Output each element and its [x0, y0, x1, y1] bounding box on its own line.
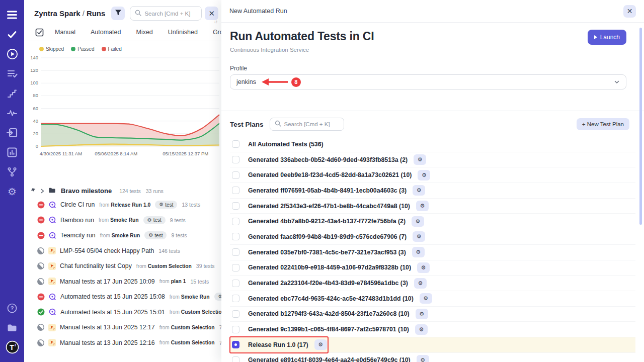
- plan-checkbox[interactable]: [232, 295, 239, 302]
- plan-settings-button[interactable]: ⚙: [413, 185, 425, 196]
- list-check-icon: [7, 69, 18, 78]
- manual-run-icon: [48, 262, 56, 270]
- svg-text:?: ?: [11, 305, 14, 311]
- run-name: Circle CI run: [60, 201, 95, 208]
- run-row[interactable]: Automated tests at 15 Jun 2025 15:08from…: [24, 289, 221, 305]
- plan-settings-button[interactable]: ⚙: [417, 262, 430, 273]
- sidebar-folder-button[interactable]: [2, 318, 22, 337]
- test-plan-row[interactable]: Generated 022410b9-e918-4459-a106-97d2a9…: [230, 260, 635, 276]
- test-plan-row[interactable]: Generated faac8f09-94b8-4b19-89d9-c576cd…: [230, 229, 635, 245]
- test-plan-row[interactable]: Generated ff076591-05ab-4b4b-8491-1ecb00…: [230, 183, 635, 199]
- plan-checkbox[interactable]: [232, 218, 239, 225]
- plan-checkbox[interactable]: [232, 341, 239, 348]
- scrollbar-thumb[interactable]: [639, 28, 642, 225]
- plan-checkbox[interactable]: [232, 171, 239, 179]
- test-plan-row[interactable]: Generated 035e7bf0-7381-4c5c-be77-321e73…: [230, 245, 635, 260]
- test-plan-row[interactable]: Generated e891c41f-8039-4e64-aa24-e0d56e…: [230, 353, 635, 362]
- run-row[interactable]: Bamboo runfromSmoke Run⚙test9 tests: [24, 213, 221, 228]
- run-row[interactable]: Manual tests at 17 Jun 2025 10:09frompla…: [24, 274, 221, 290]
- close-drawer-button[interactable]: ✕: [623, 5, 636, 18]
- tab-automated[interactable]: Automated: [91, 29, 121, 36]
- automated-run-icon: [49, 216, 56, 224]
- plan-settings-button[interactable]: ⚙: [412, 216, 424, 227]
- plan-settings-button[interactable]: ⚙: [412, 247, 425, 257]
- tab-groups[interactable]: Groups: [213, 29, 221, 36]
- launch-button[interactable]: Launch: [588, 30, 626, 45]
- plan-settings-button[interactable]: ⚙: [414, 154, 426, 165]
- plan-checkbox[interactable]: [232, 156, 239, 163]
- run-row[interactable]: Circle CI runfromRelease Run 1.0⚙test13 …: [24, 197, 221, 213]
- plan-checkbox[interactable]: [232, 326, 239, 333]
- sidebar-import-button[interactable]: [2, 123, 22, 142]
- sidebar-bar-chart-button[interactable]: [2, 142, 22, 162]
- plan-checkbox[interactable]: [232, 248, 239, 256]
- run-row[interactable]: Manual tests at 13 Jun 2025 12:16fromCus…: [24, 335, 221, 351]
- test-plan-row[interactable]: Generated 9c1399b1-c065-4f84-8697-7af2c5…: [230, 322, 635, 337]
- runs-search[interactable]: [130, 6, 202, 21]
- sidebar-list-check-button[interactable]: [2, 64, 22, 83]
- plan-settings-button[interactable]: ⚙: [413, 231, 425, 242]
- tab-mixed[interactable]: Mixed: [136, 29, 152, 36]
- plan-checkbox[interactable]: [232, 280, 239, 287]
- sidebar-branch-button[interactable]: [2, 162, 22, 182]
- sidebar-logo-button[interactable]: T: [2, 337, 22, 357]
- run-row[interactable]: Automated tests at 15 Jun 2025 15:01from…: [24, 305, 221, 320]
- sidebar-check-button[interactable]: [2, 25, 22, 44]
- plan-checkbox[interactable]: [232, 187, 239, 194]
- plan-settings-button[interactable]: ⚙: [418, 170, 430, 180]
- new-test-plan-button[interactable]: + New Test Plan: [577, 118, 629, 130]
- sidebar-help-button[interactable]: ?: [2, 298, 22, 318]
- test-plan-row[interactable]: Generated 2f5343e3-ef26-47b1-be8b-44cabc…: [230, 199, 635, 214]
- sidebar-steps-button[interactable]: [2, 83, 22, 103]
- sidebar-menu-button[interactable]: [2, 5, 22, 25]
- tab-unfinished[interactable]: Unfinished: [168, 29, 198, 36]
- profile-select[interactable]: jenkins 8: [230, 74, 626, 89]
- run-row[interactable]: Chat functinality test CopyfromCustom Se…: [24, 258, 221, 274]
- run-row[interactable]: Manual tests at 13 Jun 2025 12:17fromCus…: [24, 320, 221, 335]
- run-source: fromCustom Selection: [170, 309, 221, 315]
- test-plan-row[interactable]: Generated 0eeb9e18-f23d-4cd5-82dd-8a1a73…: [230, 167, 635, 183]
- test-plan-row[interactable]: Generated 336abecb-0b52-4d60-9ded-493f3f…: [230, 152, 635, 168]
- gear-icon: ⚙: [147, 218, 152, 223]
- plan-checkbox[interactable]: [232, 233, 239, 240]
- sidebar-play-circle-button[interactable]: [2, 44, 22, 64]
- sidebar-activity-button[interactable]: [2, 103, 22, 123]
- test-plan-row[interactable]: Generated ebc77c4d-9635-424c-ac5e-427483…: [230, 291, 635, 307]
- runs-search-input[interactable]: [144, 11, 197, 17]
- runs-list: Bravo milestone 124 tests 33 runs Circle…: [24, 185, 221, 350]
- run-row[interactable]: LMP-554 05/04 check Happy Path146 tests: [24, 243, 221, 259]
- close-runs-button[interactable]: ✕: [205, 7, 218, 20]
- test-plan-row[interactable]: Generated b12794f3-643a-4a2d-8504-23f1e7…: [230, 307, 635, 322]
- plan-settings-button[interactable]: ⚙: [417, 355, 429, 362]
- run-row[interactable]: Teamcity runfromSmoke Run⚙test9 tests: [24, 228, 221, 243]
- filter-button[interactable]: [111, 7, 125, 20]
- chevron-right-icon[interactable]: [40, 187, 45, 196]
- plan-settings-button[interactable]: ⚙: [416, 201, 429, 211]
- test-plan-row[interactable]: All Automated Tests (536): [230, 137, 635, 152]
- plan-checkbox[interactable]: [232, 310, 239, 318]
- plan-checkbox[interactable]: [232, 356, 239, 362]
- sidebar-bottom-icons: ?T: [2, 298, 22, 357]
- milestone-row[interactable]: Bravo milestone 124 tests 33 runs: [24, 185, 221, 197]
- test-plans-search[interactable]: [270, 118, 344, 131]
- plan-settings-button[interactable]: ⚙: [414, 278, 427, 289]
- plan-checkbox[interactable]: [232, 140, 239, 148]
- gear-icon: ⚙: [159, 202, 164, 207]
- plan-checkbox[interactable]: [232, 202, 239, 210]
- plan-settings-button[interactable]: ⚙: [420, 293, 432, 304]
- app-root: ⚙ ?T Zyntra Spark/Runs ✕ ↓↑ ManualAutoma…: [0, 0, 644, 362]
- tab-manual[interactable]: Manual: [55, 29, 75, 36]
- test-plan-row[interactable]: Generated 2a223104-f20e-4b43-83d9-e78459…: [230, 276, 635, 291]
- plan-settings-button[interactable]: ⚙: [416, 309, 428, 319]
- test-plan-row[interactable]: Generated 4bb7a8b0-9212-43a4-b137-f772fe…: [230, 214, 635, 229]
- test-plans-search-input[interactable]: [284, 121, 337, 127]
- breadcrumb-project[interactable]: Zyntra Spark: [34, 9, 80, 18]
- plan-settings-button[interactable]: ⚙: [415, 324, 428, 335]
- plan-label: Generated 2a223104-f20e-4b43-83d9-e78459…: [248, 280, 408, 287]
- plan-checkbox[interactable]: [232, 264, 239, 272]
- test-plan-row[interactable]: Release Run 1.0 (17)⚙: [230, 337, 635, 353]
- sidebar-gear-button[interactable]: ⚙: [2, 182, 22, 201]
- plan-settings-button[interactable]: ⚙: [314, 339, 327, 350]
- select-all-icon[interactable]: [35, 28, 44, 37]
- run-source: fromplan 1: [159, 279, 186, 284]
